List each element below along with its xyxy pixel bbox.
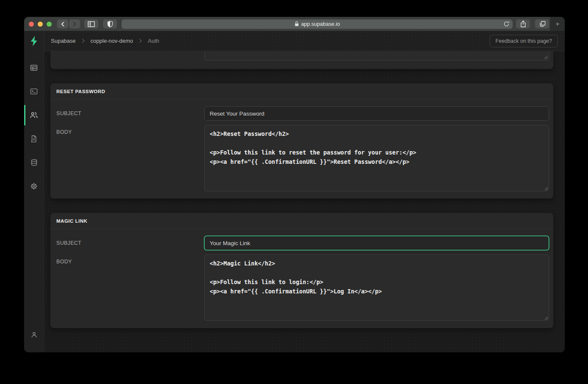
app-header: Supabase copple-nov-demo Auth Feedback o… (44, 31, 565, 51)
app-sidebar (24, 31, 44, 352)
new-tab-button[interactable]: + (550, 17, 565, 31)
close-window-button[interactable] (29, 22, 34, 27)
reload-button[interactable] (503, 21, 510, 27)
sidebar-item-account[interactable] (24, 323, 44, 346)
users-icon (30, 111, 38, 119)
address-bar[interactable]: app.supabase.io (122, 19, 513, 29)
sidebar-toggle-button[interactable] (84, 19, 98, 28)
auth-templates-content: RESET PASSWORD SUBJECT BODY <h2>Reset Pa… (44, 51, 565, 352)
supabase-logo[interactable] (24, 31, 44, 51)
breadcrumb-auth: Auth (148, 38, 159, 44)
sidebar-item-sql-editor[interactable] (24, 80, 44, 103)
browser-toolbar: app.supabase.io + (24, 17, 565, 31)
reset-password-card-header: RESET PASSWORD (50, 83, 553, 99)
traffic-lights (29, 22, 52, 27)
reload-icon (503, 21, 510, 27)
chevron-right-icon (81, 39, 85, 43)
chevron-right-icon (139, 39, 142, 43)
body-label: BODY (56, 125, 204, 191)
feedback-button[interactable]: Feedback on this page? (490, 35, 558, 47)
previous-template-card (50, 51, 553, 69)
reset-password-body-textarea[interactable]: <h2>Reset Password</h2> <p>Follow this l… (204, 125, 549, 191)
table-icon (30, 64, 38, 72)
magic-link-subject-input[interactable] (204, 236, 549, 250)
magic-link-body-textarea[interactable]: <h2>Magic Link</h2> <p>Follow this link … (204, 254, 549, 321)
share-icon (520, 20, 526, 28)
sidebar-item-settings[interactable] (24, 174, 44, 198)
sidebar-item-docs[interactable] (24, 127, 44, 151)
file-text-icon (31, 135, 37, 143)
supabase-bolt-icon (29, 36, 39, 47)
sidebar-item-database[interactable] (24, 151, 44, 174)
section-title: MAGIC LINK (56, 218, 547, 224)
subject-label: SUBJECT (56, 106, 204, 121)
forward-button[interactable] (69, 19, 80, 28)
section-title: RESET PASSWORD (56, 89, 547, 94)
zoom-window-button[interactable] (47, 22, 52, 27)
shield-icon (107, 21, 113, 28)
breadcrumb-project[interactable]: copple-nov-demo (91, 38, 133, 44)
resize-handle-icon (544, 55, 548, 59)
browser-window: app.supabase.io + (24, 17, 565, 352)
subject-label: SUBJECT (56, 236, 204, 250)
chevron-right-icon (72, 22, 77, 27)
sidebar-panel-icon (88, 21, 95, 27)
url-text: app.supabase.io (301, 21, 340, 27)
breadcrumb: Supabase copple-nov-demo Auth (51, 38, 159, 44)
tab-overview-button[interactable] (535, 19, 549, 28)
lock-icon (294, 21, 299, 27)
sidebar-item-table-editor[interactable] (24, 56, 44, 80)
gear-icon (30, 182, 38, 190)
reset-password-subject-input[interactable] (204, 106, 549, 121)
user-icon (31, 331, 38, 338)
previous-template-body-textarea[interactable] (204, 51, 549, 61)
tabs-icon (539, 21, 546, 27)
minimize-window-button[interactable] (38, 22, 43, 27)
body-label: BODY (56, 254, 204, 321)
back-button[interactable] (57, 19, 68, 28)
reset-password-card: RESET PASSWORD SUBJECT BODY <h2>Reset Pa… (50, 83, 553, 199)
terminal-icon (30, 88, 38, 95)
privacy-report-button[interactable] (103, 19, 117, 28)
sidebar-item-auth[interactable] (24, 103, 44, 127)
share-button[interactable] (516, 19, 530, 28)
chevron-left-icon (61, 22, 65, 27)
magic-link-card-header: MAGIC LINK (50, 213, 553, 229)
breadcrumb-supabase[interactable]: Supabase (51, 38, 76, 44)
magic-link-card: MAGIC LINK SUBJECT BODY <h2>Magic Link</… (50, 213, 553, 328)
database-icon (31, 159, 38, 166)
